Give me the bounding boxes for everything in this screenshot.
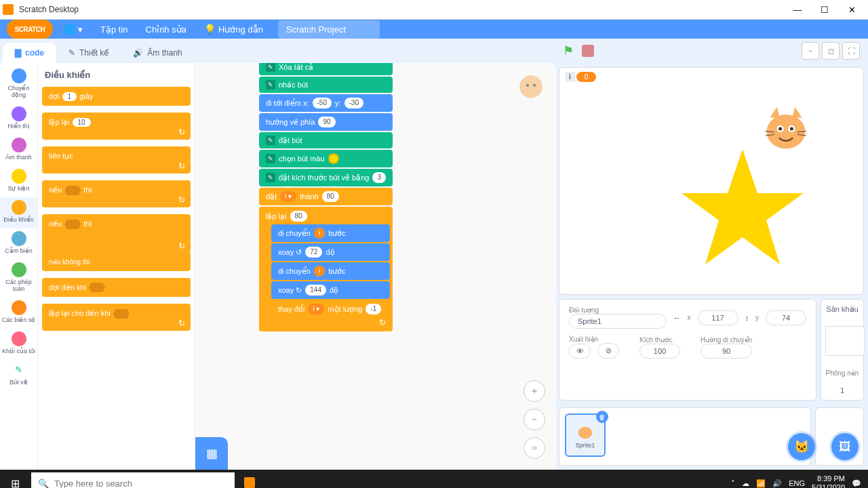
block-set-pen-color[interactable]: chọn bút màu xyxy=(259,150,393,167)
zoom-in-button[interactable]: ＋ xyxy=(524,380,545,402)
stage-large-button[interactable]: ◻ xyxy=(822,42,840,60)
script-workspace[interactable]: Xóa tất cả nhấc bút đi tới điểm x:-50y:-… xyxy=(195,63,556,470)
tray-volume-icon[interactable]: 🔊 xyxy=(772,479,782,488)
pen-icon xyxy=(266,136,275,145)
star-drawing xyxy=(675,142,810,278)
project-name-input[interactable]: Scratch Project xyxy=(278,20,380,39)
color-input[interactable] xyxy=(328,153,339,164)
tutorials-button[interactable]: Hướng dẫn xyxy=(197,20,270,39)
direction-label: Hướng di chuyển xyxy=(701,336,752,344)
block-erase-all[interactable]: Xóa tất cả xyxy=(259,63,393,75)
svg-point-4 xyxy=(766,115,805,148)
green-flag-button[interactable]: ⚑ xyxy=(563,43,578,58)
block-if-else[interactable]: nếuthì xyxy=(42,214,191,253)
block-point-direction[interactable]: hướng về phía90 xyxy=(259,113,393,131)
tray-cloud-icon[interactable]: ☁ xyxy=(742,479,749,488)
add-sprite-button[interactable]: 🐱 xyxy=(788,433,815,460)
show-sprite-button[interactable]: 👁 xyxy=(569,344,591,359)
sprite-card[interactable]: 🗑 Sprite1 xyxy=(565,413,606,457)
block-move-1[interactable]: di chuyểnibước xyxy=(271,224,390,242)
category-hiển-thị[interactable]: Hiển thị xyxy=(0,104,37,135)
stage-thumbnail[interactable] xyxy=(825,326,865,356)
stage[interactable]: i 0 xyxy=(559,67,864,295)
category-bút-vẽ[interactable]: ✎Bút vẽ xyxy=(0,360,37,391)
edit-menu[interactable]: Chỉnh sửa xyxy=(139,20,193,39)
block-repeat[interactable]: lặp lại 10 xyxy=(42,113,191,140)
stage-full-button[interactable]: ⛶ xyxy=(842,42,860,60)
pen-icon xyxy=(266,173,275,182)
code-icon: ▇ xyxy=(15,48,21,58)
minimize-button[interactable]: — xyxy=(784,0,811,19)
language-menu[interactable]: ▾ xyxy=(57,20,90,39)
category-cảm-biến[interactable]: Cảm biến xyxy=(0,228,37,260)
start-button[interactable]: ⊞ xyxy=(0,470,30,488)
block-pen-up[interactable]: nhấc bút xyxy=(259,77,393,93)
system-tray[interactable]: ˄ ☁ 📶 🔊 ENG 8:39 PM 5/31/2020 💬 xyxy=(724,474,868,488)
sprite-x-input[interactable]: 117 xyxy=(698,310,738,325)
tab-costumes[interactable]: ✎Thiết kế xyxy=(56,43,121,63)
xy-icon: ↔ xyxy=(673,314,681,322)
variable-monitor[interactable]: i 0 xyxy=(565,72,596,82)
tray-time[interactable]: 8:39 PM xyxy=(812,474,845,483)
category-điều-khiển[interactable]: Điều khiển xyxy=(0,197,37,228)
maximize-button[interactable]: ☐ xyxy=(811,0,838,19)
cat-sprite[interactable] xyxy=(757,100,814,157)
add-extension-button[interactable]: ▦ xyxy=(195,437,228,470)
block-pen-down[interactable]: đặt bút xyxy=(259,132,393,148)
taskbar-search[interactable]: 🔍 Type here to search xyxy=(31,472,235,488)
block-wait-until[interactable]: đợi đến khi xyxy=(42,278,191,297)
svg-marker-5 xyxy=(770,107,780,119)
block-repeat-until[interactable]: lặp lại cho đến khi xyxy=(42,304,191,331)
tab-sounds[interactable]: 🔊Âm thanh xyxy=(121,43,194,63)
block-set-pen-size[interactable]: đặt kích thước bút vẽ bằng3 xyxy=(259,169,393,186)
block-turn-cw[interactable]: xoay ↻144độ xyxy=(271,281,390,299)
block-goto-xy[interactable]: đi tới điểm x:-50y:-30 xyxy=(259,94,393,112)
sprite-thumbnail-watermark xyxy=(517,73,545,101)
block-palette: Điều khiển đợi 1 giây lặp lại 10 liên tụ… xyxy=(38,63,195,470)
sprite-y-input[interactable]: 74 xyxy=(766,310,806,325)
sound-icon: 🔊 xyxy=(133,48,143,58)
delete-sprite-button[interactable]: 🗑 xyxy=(596,411,608,423)
category-các-biến-số[interactable]: Các biến số xyxy=(0,298,37,329)
block-move-2[interactable]: di chuyểnibước xyxy=(271,262,390,280)
block-if[interactable]: nếuthì xyxy=(42,180,191,207)
zoom-reset-button[interactable]: ＝ xyxy=(524,437,545,459)
file-menu[interactable]: Tập tin xyxy=(94,20,135,39)
zoom-out-button[interactable]: － xyxy=(524,409,545,430)
block-forever[interactable]: liên tục xyxy=(42,146,191,174)
block-else-label[interactable]: nếu không thì xyxy=(42,252,191,271)
block-change-variable[interactable]: thay đổii ▾một lượng-1 xyxy=(271,300,390,318)
category-khối-của-tôi[interactable]: Khối của tôi xyxy=(0,329,37,360)
sprite-direction-input[interactable]: 90 xyxy=(701,344,752,359)
tray-language[interactable]: ENG xyxy=(789,479,805,487)
block-set-variable[interactable]: đặti ▾thành80 xyxy=(259,188,393,205)
category-chuyển-động[interactable]: Chuyển động xyxy=(0,66,37,104)
taskbar-app-scratch[interactable] xyxy=(235,470,264,488)
app-icon xyxy=(3,4,14,15)
category-sự-kiện[interactable]: Sự kiện xyxy=(0,166,37,197)
sprite-info-panel: Đối tượng Sprite1 ↔ x 117 ↕ y 74 Xuất hi… xyxy=(559,299,816,401)
stop-button[interactable] xyxy=(582,45,594,57)
sprite-size-input[interactable]: 100 xyxy=(639,344,680,359)
stage-small-button[interactable]: ▫ xyxy=(802,42,819,60)
sprite-name-input[interactable]: Sprite1 xyxy=(569,314,667,329)
scratch-logo[interactable]: SCRATCH xyxy=(7,20,53,39)
tray-notifications-icon[interactable]: 💬 xyxy=(852,479,861,488)
tray-wifi-icon[interactable]: 📶 xyxy=(756,479,766,488)
editor-tabs: ▇code ✎Thiết kế 🔊Âm thanh xyxy=(0,39,556,63)
hide-sprite-button[interactable]: ⊘ xyxy=(597,343,619,359)
category-âm-thanh[interactable]: Âm thanh xyxy=(0,135,37,166)
tab-code[interactable]: ▇code xyxy=(3,43,56,63)
stage-header: ⚑ ▫ ◻ ⛶ xyxy=(559,39,864,63)
block-wait[interactable]: đợi 1 giây xyxy=(42,87,191,106)
block-turn-ccw[interactable]: xoay ↺72độ xyxy=(271,243,390,261)
svg-point-15 xyxy=(578,427,592,439)
close-button[interactable]: ✕ xyxy=(838,0,865,19)
block-repeat-loop[interactable]: lặp lại80 di chuyểnibước xoay ↺72độ di c… xyxy=(259,207,393,331)
tray-chevron-icon[interactable]: ˄ xyxy=(731,479,735,488)
add-backdrop-button[interactable]: 🖼 xyxy=(831,433,859,460)
script-stack[interactable]: Xóa tất cả nhấc bút đi tới điểm x:-50y:-… xyxy=(259,63,393,333)
tray-date[interactable]: 5/31/2020 xyxy=(812,483,845,488)
category-các-phép-toán[interactable]: Các phép toán xyxy=(0,260,37,298)
stage-panel-title: Sân khấu xyxy=(826,305,858,314)
